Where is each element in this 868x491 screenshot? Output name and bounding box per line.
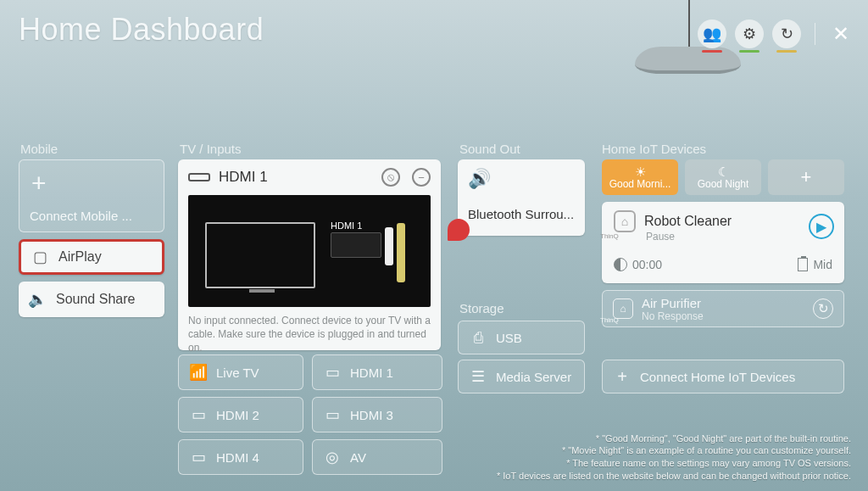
- refresh-icon: ↻: [818, 301, 829, 316]
- preview-hdmi-label: HDMI 1: [331, 220, 362, 231]
- gear-icon: ⚙: [743, 25, 756, 43]
- routine-label: Good Morni...: [609, 178, 671, 190]
- input-hdmi-3[interactable]: ▭ HDMI 3: [312, 397, 442, 432]
- hdmi-icon: ▭: [323, 363, 342, 382]
- input-remove-button[interactable]: −: [412, 168, 431, 187]
- section-iot: Home IoT Devices: [602, 142, 706, 156]
- hdmi-icon: ▭: [323, 405, 342, 424]
- progress-icon: [614, 258, 627, 271]
- refresh-icon: ↻: [781, 25, 793, 43]
- iot-robot-card[interactable]: ⌂ThinQ Robot Cleaner Pause ▶ 00:00 Mid: [602, 202, 844, 283]
- plus-icon: +: [801, 166, 812, 188]
- routine-add[interactable]: +: [768, 159, 844, 195]
- tv-input-card[interactable]: HDMI 1 ⦸ − HDMI 1 No input connected. Co…: [178, 159, 441, 350]
- air-purifier-refresh[interactable]: ↻: [813, 299, 833, 319]
- input-label: HDMI 1: [350, 365, 393, 380]
- input-label: HDMI 4: [216, 450, 259, 465]
- hdmi-icon: ▭: [189, 448, 208, 466]
- av-icon: ◎: [323, 448, 342, 466]
- input-av[interactable]: ◎ AV: [312, 439, 442, 475]
- tv-preview: HDMI 1: [188, 195, 431, 307]
- connect-mobile-label: Connect Mobile ...: [30, 209, 132, 223]
- input-label: AV: [350, 450, 366, 465]
- user-icon: 👥: [703, 25, 721, 43]
- connect-iot-label: Connect Home IoT Devices: [640, 370, 795, 384]
- section-storage: Storage: [459, 301, 504, 315]
- input-hdmi-2[interactable]: ▭ HDMI 2: [178, 397, 303, 432]
- header-icons: 👥 ⚙ ↻ ✕: [698, 19, 853, 49]
- airplay-icon: ▢: [28, 248, 52, 266]
- server-icon: ☰: [469, 367, 487, 386]
- section-soundout: Sound Out: [459, 142, 520, 156]
- user-manage-button[interactable]: 👥: [698, 20, 726, 48]
- iot-air-purifier[interactable]: ⌂ThinQ Air Purifier No Response ↻: [602, 290, 844, 327]
- usb-icon: ⎙: [469, 329, 487, 347]
- page-title: Home Dashboard: [19, 12, 264, 47]
- battery-icon: [798, 258, 808, 271]
- section-mobile: Mobile: [20, 142, 58, 156]
- connect-mobile-tile[interactable]: + Connect Mobile ...: [19, 159, 164, 232]
- airplay-label: AirPlay: [58, 249, 102, 265]
- air-purifier-status: No Response: [642, 310, 704, 322]
- input-hdmi-4[interactable]: ▭ HDMI 4: [178, 439, 303, 475]
- separator: [815, 23, 815, 45]
- input-label: HDMI 3: [350, 408, 393, 422]
- input-label: HDMI 2: [216, 408, 259, 422]
- routine-label: Good Night: [698, 178, 749, 190]
- storage-label: USB: [496, 331, 522, 345]
- sound-share-label: Sound Share: [56, 292, 135, 307]
- antenna-icon: 📶: [189, 363, 208, 382]
- tv-warning-text: No input connected. Connect device to yo…: [188, 314, 431, 355]
- robot-time: 00:00: [632, 258, 662, 271]
- connect-iot-button[interactable]: + Connect Home IoT Devices: [602, 360, 844, 393]
- sound-out-device: Bluetooth Surrou...: [468, 207, 575, 221]
- thinq-icon: ⌂ThinQ: [613, 299, 633, 319]
- speaker-icon: 🔈: [25, 290, 49, 309]
- lamp-shade: [635, 47, 741, 74]
- settings-button[interactable]: ⚙: [735, 20, 764, 48]
- footnote-line: * "Good Morning", "Good Night" are part …: [497, 432, 851, 445]
- air-purifier-name: Air Purifier: [642, 296, 704, 310]
- input-diagnostics-button[interactable]: ⦸: [381, 168, 400, 187]
- input-label: Live TV: [216, 365, 259, 380]
- routine-good-night[interactable]: ☾ Good Night: [685, 159, 761, 195]
- storage-media-server[interactable]: ☰ Media Server: [458, 360, 585, 393]
- thinq-icon: ⌂ThinQ: [614, 210, 636, 232]
- plus-icon: +: [613, 368, 632, 385]
- section-tvinputs: TV / Inputs: [180, 142, 242, 156]
- input-hdmi-1[interactable]: ▭ HDMI 1: [312, 354, 442, 390]
- speaker-icon: 🔊: [468, 168, 575, 190]
- sound-out-card[interactable]: 🔊 Bluetooth Surrou...: [458, 159, 585, 236]
- moon-icon: ☾: [718, 165, 729, 178]
- close-button[interactable]: ✕: [829, 19, 853, 49]
- sun-icon: ☀: [635, 165, 646, 178]
- robot-battery: Mid: [813, 258, 832, 271]
- hdmi-icon: ▭: [189, 405, 208, 424]
- play-icon: ▶: [816, 219, 826, 235]
- hdmi-icon: [188, 173, 210, 181]
- tv-active-input: HDMI 1: [219, 169, 370, 186]
- storage-usb[interactable]: ⎙ USB: [458, 321, 585, 354]
- airplay-button[interactable]: ▢ AirPlay: [19, 239, 164, 275]
- cursor-pointer-icon: [448, 219, 470, 241]
- plus-icon: +: [31, 170, 47, 196]
- robot-status: Pause: [646, 231, 832, 243]
- refresh-button[interactable]: ↻: [772, 20, 801, 48]
- sound-share-button[interactable]: 🔈 Sound Share: [19, 282, 164, 317]
- robot-play-button[interactable]: ▶: [809, 214, 834, 239]
- input-live-tv[interactable]: 📶 Live TV: [178, 354, 303, 390]
- routine-good-morning[interactable]: ☀ Good Morni...: [602, 159, 678, 195]
- footnote-line: * IoT devices are listed on the website …: [497, 470, 851, 483]
- footnote-line: * "Movie Night" is an example of a routi…: [497, 444, 851, 457]
- robot-name: Robot Cleaner: [644, 214, 732, 229]
- footnotes: * "Good Morning", "Good Night" are part …: [497, 432, 851, 483]
- storage-label: Media Server: [496, 370, 571, 384]
- close-icon: ✕: [832, 22, 849, 45]
- footnote-line: * The feature name on the settings may v…: [497, 457, 851, 470]
